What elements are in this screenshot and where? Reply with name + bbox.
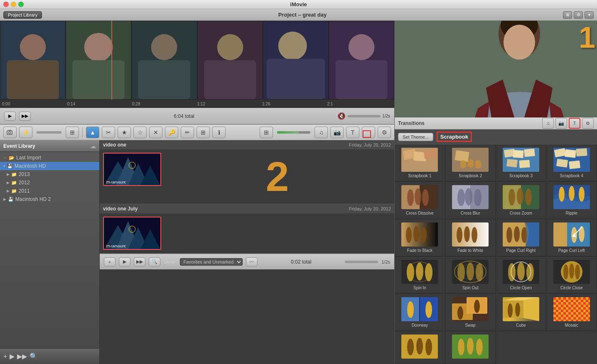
svg-point-81 <box>413 226 419 242</box>
trans-spinin[interactable]: Spin In <box>395 257 445 294</box>
tree-item-2011[interactable]: ▶ 📁 2011 <box>0 187 99 195</box>
music-btn[interactable]: ♫ <box>314 127 328 138</box>
film-clip[interactable] <box>131 21 197 100</box>
timeline-controls: ▶ ▶▶ 6:04 total 🔇 1/2s <box>0 108 394 125</box>
trans-cube[interactable]: Cube <box>496 294 547 331</box>
trans-scrapbook4[interactable]: Scrapbook 4 <box>546 144 597 182</box>
preview-svg <box>395 21 597 117</box>
trans-extra1[interactable] <box>395 331 445 364</box>
grid-btn[interactable]: ⊞ <box>260 127 273 138</box>
tree-label: Macintosh HD <box>15 163 46 169</box>
cloud-icon[interactable]: ☁ <box>90 143 96 149</box>
trans-circleopen[interactable]: Circle Open <box>496 257 547 294</box>
title-btn[interactable]: T <box>346 127 359 138</box>
speed-slider[interactable] <box>347 115 381 117</box>
trans-ripple[interactable]: Ripple <box>546 182 597 219</box>
trans-circleclose[interactable]: Circle Close <box>546 257 597 294</box>
show-label: Show: <box>164 259 177 264</box>
bottom-speed-slider[interactable] <box>345 261 378 263</box>
show-select[interactable]: Favorites and Unmarked All Clips Favorit… <box>180 258 243 266</box>
play-full-btn[interactable]: ▶▶ <box>17 352 27 360</box>
settings-btn[interactable]: ⚙ <box>574 11 583 19</box>
tree-item-2012[interactable]: ▶ 📁 2012 <box>0 178 99 187</box>
trans-mosaic[interactable]: Mosaic <box>546 294 597 331</box>
effects-btn[interactable]: ⚙ <box>378 127 391 138</box>
trans-label-pagecurlleft: Page Curl Left <box>558 248 585 253</box>
number-2-overlay: 2 <box>266 153 289 200</box>
mark-fav-btn[interactable]: ★ <box>118 127 131 138</box>
maps-right-btn[interactable]: ⚙ <box>582 118 594 129</box>
trans-crosszoom[interactable]: Cross Zoom <box>496 182 547 219</box>
clip-size-slider[interactable] <box>37 131 61 134</box>
number-1-overlay: 1 <box>579 22 595 52</box>
reject-btn[interactable]: ✕ <box>149 127 162 138</box>
keyword-btn[interactable]: 🔑 <box>165 127 178 138</box>
trans-fadetoblack[interactable]: Fade to Black <box>395 219 445 257</box>
clip-size-max-btn[interactable]: ⊞ <box>66 127 79 138</box>
film-clip[interactable] <box>197 21 263 100</box>
svg-point-123 <box>407 301 414 318</box>
bottom-bar: + ▶ ▶▶ 🔍 Show: Favorites and Unmarked Al… <box>100 254 394 269</box>
tree-item-mac-hd2[interactable]: ▶ 💾 Macintosh HD 2 <box>0 195 99 203</box>
zoom-in-btn[interactable]: 🔍 <box>149 257 160 266</box>
event-thumb-2[interactable]: Paramount 25 <box>103 217 161 250</box>
trans-extra2[interactable] <box>445 331 496 364</box>
info-btn[interactable]: ℹ <box>212 127 226 138</box>
svg-rect-52 <box>506 159 518 168</box>
film-clip[interactable] <box>66 21 131 100</box>
trans-crossdissolve[interactable]: Cross Dissolve <box>395 182 445 219</box>
trans-crossblur[interactable]: Cross Blur <box>445 182 496 219</box>
trans-scrapbook1[interactable]: Scrapbook 1 <box>395 144 445 182</box>
film-clip[interactable] <box>0 21 66 100</box>
tree-item-mac-hd[interactable]: ▾ 💾 Macintosh HD <box>0 162 99 170</box>
crop-tool-btn[interactable]: ✂ <box>102 127 115 138</box>
photo-btn[interactable]: 📷 <box>330 127 344 138</box>
color-btn[interactable]: ✏ <box>181 127 194 138</box>
zoom-btn[interactable]: 🔍 <box>29 352 38 360</box>
trim-btn[interactable]: ⊞ <box>197 127 210 138</box>
music-right-btn[interactable]: ♫ <box>542 118 554 129</box>
select-tool-btn[interactable]: ▲ <box>86 127 99 138</box>
play2-btn[interactable]: ▶▶ <box>134 257 145 266</box>
trans-scrapbook2[interactable]: Scrapbook 2 <box>445 144 496 182</box>
project-library-button[interactable]: Project Library <box>3 11 42 19</box>
set-theme-button[interactable]: Set Theme... <box>398 133 433 141</box>
film-clip[interactable] <box>263 21 329 100</box>
volume-slider[interactable] <box>277 131 310 134</box>
event-thumb-1[interactable]: Paramount 25 <box>103 153 161 186</box>
timecode-3: 1:12 <box>197 102 263 106</box>
play-event-btn[interactable]: ▶ <box>10 352 15 360</box>
wave-btn[interactable]: 〰 <box>246 257 258 266</box>
film-clip[interactable] <box>329 21 394 100</box>
tree-item-last-import[interactable]: — 📂 Last Import <box>0 154 99 162</box>
map-btn[interactable] <box>362 127 375 138</box>
photo-right-btn[interactable]: 📷 <box>555 118 567 129</box>
svg-point-76 <box>559 187 565 202</box>
add-btn[interactable]: + <box>104 257 115 266</box>
add-event-btn[interactable]: + <box>3 353 7 360</box>
trans-spinout[interactable]: Spin Out <box>445 257 496 294</box>
close-button[interactable] <box>3 2 9 7</box>
tree-item-2013[interactable]: ▶ 📁 2013 <box>0 170 99 178</box>
camera-tool-btn[interactable] <box>3 127 17 138</box>
trans-pagecurlright[interactable]: Page Curl Right <box>496 219 547 257</box>
trans-doorway[interactable]: Doorway <box>395 294 445 331</box>
minimize-button[interactable] <box>11 2 16 7</box>
play-button[interactable]: ▶ <box>4 112 16 121</box>
chevron-btn[interactable]: ▾ <box>585 11 594 19</box>
trans-fadetowhite[interactable]: Fade to White <box>445 219 496 257</box>
titles-right-btn[interactable]: T <box>569 118 580 129</box>
play-btn[interactable]: ▶ <box>119 257 130 266</box>
trans-swap[interactable]: Swap <box>445 294 496 331</box>
playhead[interactable] <box>111 21 112 100</box>
trans-scrapbook3[interactable]: Scrapbook 3 <box>496 144 547 182</box>
trans-pagecurlleft[interactable]: Page Curl Left <box>546 219 597 257</box>
svg-point-105 <box>467 262 474 281</box>
magic-tool-btn[interactable]: ⚡ <box>19 127 32 138</box>
right-panel: 1 Transitions ♫ 📷 T ⚙ Set Theme... Scrap… <box>395 21 597 364</box>
play-fullscreen-button[interactable]: ▶▶ <box>19 112 31 121</box>
maximize-button[interactable] <box>18 2 24 7</box>
view-toggle-btn[interactable]: ⊞ <box>563 11 572 19</box>
trans-thumb-fadetowhite <box>452 222 489 247</box>
mark-unfav-btn[interactable]: ☆ <box>133 127 147 138</box>
